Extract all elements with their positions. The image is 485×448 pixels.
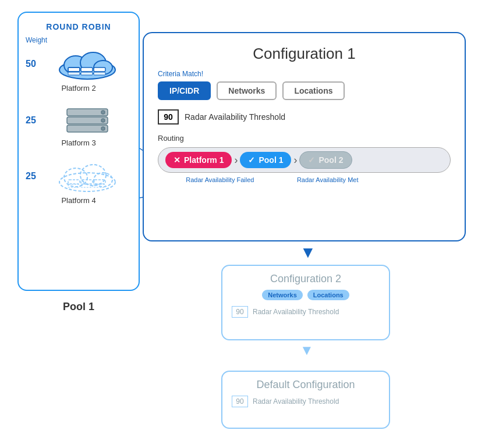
svg-point-18	[101, 119, 105, 122]
cloud-dashed-icon	[43, 159, 132, 194]
criteria-label: Criteria Match!	[158, 70, 451, 78]
platform-2-item: 50	[26, 47, 132, 93]
platform-2-weight: 50	[26, 59, 43, 69]
config1-box: Configuration 1 Criteria Match! IP/CIDR …	[143, 32, 466, 241]
platform-3-name: Platform 3	[61, 138, 95, 147]
chain-platform1-label: Platform 1	[184, 155, 224, 165]
config2-locations-btn[interactable]: Locations	[307, 290, 349, 300]
default-threshold-text: Radar Availability Threshold	[253, 397, 339, 406]
platform-3-weight: 25	[26, 115, 43, 126]
chain-arrow-1: ›	[234, 154, 238, 166]
check-icon-2: ✓	[308, 155, 315, 165]
arrow-down-main: ▼	[300, 243, 316, 262]
default-config-box: Default Configuration 90 Radar Availabil…	[221, 371, 390, 429]
platform-2-name: Platform 2	[61, 84, 95, 93]
pool1-box: ROUND ROBIN Weight 50	[17, 12, 140, 291]
chain-arrow-2: ›	[293, 154, 297, 166]
cloud-solid-icon	[43, 47, 132, 81]
config2-title: Configuration 2	[232, 273, 380, 285]
label-met: Radar Availability Met	[277, 176, 379, 183]
config2-threshold-text: Radar Availability Threshold	[253, 308, 339, 316]
config2-threshold-value: 90	[232, 306, 248, 318]
ip-cidr-button[interactable]: IP/CIDR	[158, 81, 211, 100]
platform-4-item: 25 P	[26, 159, 132, 205]
arrow-down-light: ▼	[300, 342, 314, 358]
svg-rect-7	[68, 67, 80, 72]
chain-pool1[interactable]: ✓ Pool 1	[240, 152, 291, 168]
svg-rect-13	[94, 72, 105, 75]
threshold-row: 90 Radar Availability Threshold	[158, 109, 451, 125]
server-icon	[43, 104, 132, 136]
svg-rect-9	[81, 67, 93, 72]
svg-rect-11	[68, 72, 80, 75]
locations-button[interactable]: Locations	[282, 81, 344, 100]
chain-pool2[interactable]: ✓ Pool 2	[299, 151, 352, 169]
config2-threshold-row: 90 Radar Availability Threshold	[232, 306, 380, 318]
routing-chain: ✕ Platform 1 › ✓ Pool 1 › ✓ Pool 2	[158, 147, 451, 173]
routing-label: Routing	[158, 134, 451, 143]
svg-point-22	[80, 165, 106, 186]
x-icon: ✕	[174, 155, 180, 165]
check-icon-1: ✓	[248, 155, 255, 165]
config2-networks-btn[interactable]: Networks	[262, 290, 303, 300]
main-container: ROUND ROBIN Weight 50	[0, 0, 485, 448]
config2-criteria: Networks Locations	[232, 290, 380, 300]
label-failed: Radar Availability Failed	[164, 176, 277, 183]
platform-3-item: 25 Platform 3	[26, 104, 132, 147]
svg-rect-12	[81, 72, 93, 75]
svg-point-17	[101, 111, 105, 114]
default-threshold-row: 90 Radar Availability Threshold	[232, 396, 380, 407]
svg-point-19	[101, 127, 105, 130]
chain-pool2-label: Pool 2	[318, 155, 343, 165]
chain-platform1[interactable]: ✕ Platform 1	[165, 152, 232, 168]
round-robin-label: ROUND ROBIN	[26, 22, 132, 31]
criteria-buttons: IP/CIDR Networks Locations	[158, 81, 451, 100]
svg-rect-24	[68, 180, 80, 184]
chain-pool1-label: Pool 1	[259, 155, 283, 165]
threshold-value: 90	[158, 109, 179, 125]
default-threshold-value: 90	[232, 396, 248, 407]
config2-box: Configuration 2 Networks Locations 90 Ra…	[221, 265, 390, 340]
networks-button[interactable]: Networks	[217, 81, 277, 100]
default-config-title: Default Configuration	[232, 379, 380, 391]
threshold-text: Radar Availability Threshold	[185, 112, 285, 122]
svg-rect-10	[94, 67, 105, 72]
chain-labels: Radar Availability Failed Radar Availabi…	[158, 176, 451, 183]
config1-title: Configuration 1	[158, 45, 451, 63]
pool1-label: Pool 1	[19, 301, 139, 313]
weight-label: Weight	[26, 36, 132, 44]
platform-4-weight: 25	[26, 171, 43, 182]
platform-4-name: Platform 4	[61, 196, 95, 205]
